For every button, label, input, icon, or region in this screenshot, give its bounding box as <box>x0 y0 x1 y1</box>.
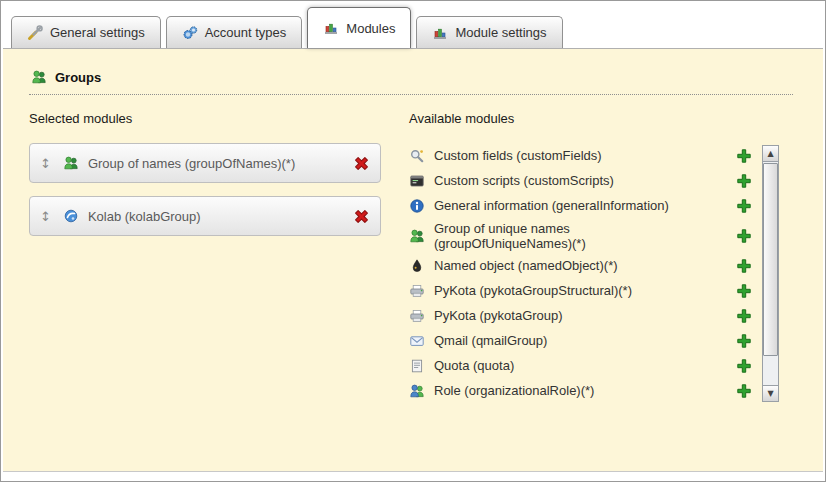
section-title: Groups <box>55 70 101 85</box>
add-module-button[interactable] <box>736 308 752 324</box>
available-modules-panel: Available modules Custom fields (customF… <box>409 111 797 404</box>
add-module-button[interactable] <box>736 383 752 399</box>
available-module-label: PyKota (pykotaGroupStructural)(*) <box>434 283 632 298</box>
add-module-button[interactable] <box>736 358 752 374</box>
selected-module-row: ↕ Kolab (kolabGroup) <box>29 196 381 236</box>
remove-module-button[interactable] <box>353 155 370 172</box>
remove-module-button[interactable] <box>353 208 370 225</box>
available-module-row: PyKota (pykotaGroup) <box>409 304 752 329</box>
tab-module-settings[interactable]: Module settings <box>416 16 562 48</box>
scrollbar-up-button[interactable]: ▲ <box>763 146 778 162</box>
selected-modules-panel: Selected modules ↕ Group of names (group… <box>29 111 381 404</box>
available-module-row: Qmail (qmailGroup) <box>409 329 752 354</box>
role-icon <box>409 383 425 399</box>
available-module-label: General information (generalInformation) <box>434 198 669 213</box>
add-module-button[interactable] <box>736 228 752 244</box>
available-module-row: Named object (namedObject)(*) <box>409 254 752 279</box>
available-module-row: General information (generalInformation) <box>409 193 752 218</box>
available-module-label: Named object (namedObject)(*) <box>434 258 618 273</box>
available-module-row: Custom fields (customFields) <box>409 143 752 168</box>
available-module-row: Custom scripts (customScripts) <box>409 168 752 193</box>
group-icon <box>409 228 425 244</box>
group-icon <box>63 155 79 171</box>
available-module-row: Role (organizationalRole)(*) <box>409 379 752 404</box>
settings-window: General settings Account types Modules M… <box>0 0 826 482</box>
drag-handle-icon[interactable]: ↕ <box>40 209 51 224</box>
scrollbar-thumb[interactable] <box>763 163 778 356</box>
available-module-label: Qmail (qmailGroup) <box>434 333 547 348</box>
available-module-label: PyKota (pykotaGroup) <box>434 308 563 323</box>
available-modules-list: Custom fields (customFields) Custom scri… <box>409 143 779 404</box>
available-module-row: Quota (quota) <box>409 354 752 379</box>
available-modules-heading: Available modules <box>409 111 797 126</box>
drag-handle-icon[interactable]: ↕ <box>40 156 51 171</box>
tab-account-types[interactable]: Account types <box>166 16 303 48</box>
available-module-label: Quota (quota) <box>434 358 514 373</box>
mail-icon <box>409 333 425 349</box>
available-module-label: Custom fields (customFields) <box>434 148 602 163</box>
selected-module-row: ↕ Group of names (groupOfNames)(*) <box>29 143 381 183</box>
tab-modules[interactable]: Modules <box>307 7 411 48</box>
add-module-button[interactable] <box>736 148 752 164</box>
content-panel: Groups Selected modules ↕ Group of names… <box>3 48 823 472</box>
selected-module-label: Kolab (kolabGroup) <box>88 209 353 224</box>
scrollbar-down-button[interactable]: ▼ <box>763 385 778 401</box>
tab-general-settings[interactable]: General settings <box>11 16 161 48</box>
groups-icon <box>31 69 47 85</box>
gears-icon <box>182 25 198 41</box>
tools-icon <box>27 25 43 41</box>
tab-label: Module settings <box>455 25 546 40</box>
selected-module-label: Group of names (groupOfNames)(*) <box>88 156 353 171</box>
custom-fields-icon <box>409 148 425 164</box>
printer-icon <box>409 283 425 299</box>
quota-icon <box>409 358 425 374</box>
available-module-label: Custom scripts (customScripts) <box>434 173 614 188</box>
tab-label: Account types <box>205 25 287 40</box>
modules-chart-icon <box>323 20 339 36</box>
add-module-button[interactable] <box>736 198 752 214</box>
add-module-button[interactable] <box>736 173 752 189</box>
tab-label: General settings <box>50 25 145 40</box>
available-module-label: Role (organizationalRole)(*) <box>434 383 594 398</box>
scrollbar[interactable]: ▲ ▼ <box>762 145 779 402</box>
tab-label: Modules <box>346 21 395 36</box>
named-object-icon <box>409 258 425 274</box>
available-module-row: PyKota (pykotaGroupStructural)(*) <box>409 279 752 304</box>
add-module-button[interactable] <box>736 283 752 299</box>
add-module-button[interactable] <box>736 333 752 349</box>
available-module-label: Group of unique names (groupOfUniqueName… <box>434 221 699 252</box>
custom-scripts-icon <box>409 173 425 189</box>
tab-bar: General settings Account types Modules M… <box>1 1 825 48</box>
add-module-button[interactable] <box>736 258 752 274</box>
info-icon <box>409 198 425 214</box>
printer-icon <box>409 308 425 324</box>
selected-modules-heading: Selected modules <box>29 111 381 126</box>
kolab-icon <box>63 208 79 224</box>
modules-chart-icon <box>432 25 448 41</box>
available-module-row: Group of unique names (groupOfUniqueName… <box>409 218 752 254</box>
section-header: Groups <box>29 69 793 95</box>
